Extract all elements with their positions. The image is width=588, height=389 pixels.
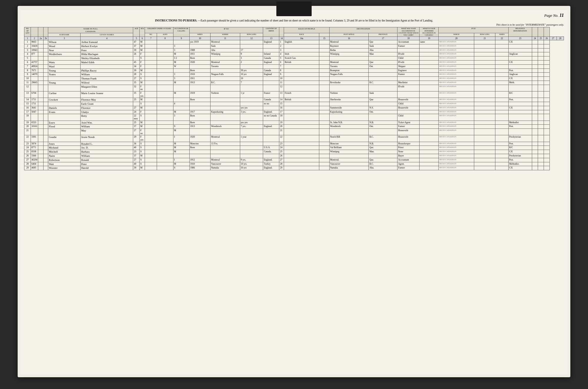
ifso-which: RECD CANADIAN <box>439 48 474 52</box>
passenger-check2 <box>44 61 48 65</box>
extra2 <box>538 146 544 150</box>
dest-po: Val Brilliant <box>329 146 369 150</box>
ifso-how-long2 <box>474 129 495 135</box>
children-no <box>145 102 157 106</box>
occupation <box>173 154 189 158</box>
intermediates-note: This sheet is to be used for "INTERMEDIA… <box>24 23 564 26</box>
religious: Anglican <box>508 52 532 56</box>
when: Born <box>189 69 210 73</box>
ifso-how-long2 <box>474 106 495 110</box>
race2 <box>319 73 329 77</box>
extra3 <box>544 114 549 121</box>
children-no <box>145 121 157 125</box>
given-name: Peter <box>81 48 133 52</box>
children-ages <box>157 61 173 65</box>
dest-po: Winnipeg <box>329 52 369 56</box>
religious: Methodist. <box>508 162 532 166</box>
religious <box>508 110 532 114</box>
dest-prov: B.C. <box>369 81 397 85</box>
col-occ-header: OCCUPATION OR CALLING <box>173 27 189 37</box>
when: Born <box>189 121 210 125</box>
sex: S <box>140 102 145 106</box>
dest-prov: Sask <box>369 91 397 98</box>
surname <box>48 85 81 91</box>
given-name: Florence <box>81 106 133 110</box>
occ-from: Housewife <box>397 106 420 110</box>
pass-no2: 6 <box>279 61 284 65</box>
race <box>284 121 319 125</box>
passenger-check1 <box>38 77 44 81</box>
pass-no2: 10 <box>279 77 284 81</box>
sex: M <box>140 44 145 48</box>
extra3 <box>544 85 549 91</box>
race2 <box>319 142 329 146</box>
table-row: 17 5047 Evans Gladys 24 F M 1917 Kapuska… <box>24 110 564 114</box>
extra2 <box>538 162 544 166</box>
when: 1906 <box>189 166 210 170</box>
dest-po <box>329 77 369 81</box>
dest-prov <box>369 114 397 121</box>
sex: S <box>140 142 145 146</box>
age: 37 <box>133 125 140 129</box>
race2 <box>319 64 329 69</box>
where: Alta <box>211 48 240 52</box>
dest-po <box>329 102 369 106</box>
dest-prov: Que. <box>369 158 397 162</box>
race2 <box>319 40 329 44</box>
occupation: J <box>173 135 189 142</box>
children-ages <box>157 121 173 125</box>
race <box>284 166 319 170</box>
ifso-how-long2 <box>474 121 495 125</box>
religious: Anglican <box>508 73 532 77</box>
children-no <box>145 154 157 158</box>
passenger-check1 <box>38 56 44 61</box>
passenger-no: 1711 <box>31 98 38 102</box>
sex: S <box>140 146 145 150</box>
table-row: 21 May 27 F no M 21 Housewife RECD CANAD… <box>24 129 564 135</box>
extra2 <box>538 166 544 170</box>
country-birth: Canada. <box>263 150 279 154</box>
passenger-check1 <box>38 44 44 48</box>
occupation <box>173 85 189 91</box>
when: 1919 <box>189 91 210 98</box>
how-long: 16 yrs <box>240 166 263 170</box>
children-no <box>145 142 157 146</box>
religious <box>508 64 532 69</box>
where <box>211 98 240 102</box>
religious: R/C <box>508 91 532 98</box>
passenger-no: 6704 <box>31 91 38 98</box>
col-religious-header: RELIGIOUS DENOMINATION <box>508 27 532 37</box>
religious: C/E <box>508 40 532 44</box>
intended-occ <box>420 48 439 52</box>
ifso-which: RECD CANADIAN <box>439 69 474 73</box>
extra1 <box>532 40 538 44</box>
ifso-which: RECD CANADIAN <box>439 125 474 129</box>
table-row: 22 3391 Goudie Jessie Norah 29 F yes J 1… <box>24 135 564 142</box>
race: English <box>284 40 319 44</box>
pass-no2: 12 <box>279 85 284 91</box>
passenger-check1 <box>38 158 44 162</box>
ifso-how-long2 <box>474 146 495 150</box>
dest-prov: N.B. <box>369 142 397 146</box>
how-long <box>240 129 263 135</box>
extra3 <box>544 48 549 52</box>
dest-po <box>329 56 369 61</box>
children-no <box>145 166 157 170</box>
passenger-check2 <box>44 129 48 135</box>
dest-po: Revelstoke <box>329 81 369 85</box>
sex: M <box>140 98 145 102</box>
how-long <box>240 142 263 146</box>
occ-from: Child <box>397 114 420 121</box>
ifso-which: RECD CANADIAN <box>439 166 474 170</box>
occ-from: Ticket Agent <box>397 121 420 125</box>
passenger-check1 <box>38 135 44 142</box>
race <box>284 154 319 158</box>
pass-no2: 16 <box>279 106 284 110</box>
sex: F <box>140 64 145 69</box>
passenger-check2 <box>44 69 48 73</box>
how-long <box>240 98 263 102</box>
ifso-when2 <box>495 125 508 129</box>
how-long: 1 year <box>240 135 263 142</box>
surname: Evans <box>48 110 81 114</box>
passenger-no: 3366 <box>31 154 38 158</box>
